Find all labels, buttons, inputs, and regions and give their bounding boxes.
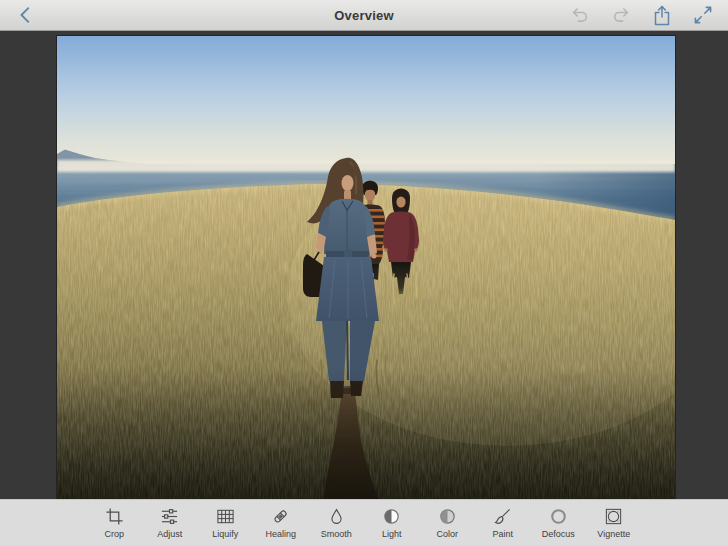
half-circle-dark-icon xyxy=(382,506,401,526)
top-bar: Overview xyxy=(0,0,728,31)
tool-healing[interactable]: Healing xyxy=(253,500,309,539)
tool-label: Paint xyxy=(492,530,513,539)
redo-icon xyxy=(610,4,632,26)
paintbrush-icon xyxy=(493,506,512,526)
back-chevron-icon xyxy=(15,4,37,26)
tool-label: Vignette xyxy=(597,530,630,539)
framed-circle-icon xyxy=(604,506,623,526)
tool-label: Adjust xyxy=(157,530,182,539)
photo-canvas[interactable] xyxy=(57,36,675,500)
tool-adjust[interactable]: Adjust xyxy=(142,500,198,539)
share-icon xyxy=(651,4,673,27)
bandage-icon xyxy=(271,506,290,526)
top-bar-actions xyxy=(568,0,728,30)
tool-label: Smooth xyxy=(321,530,352,539)
undo-icon xyxy=(569,4,591,26)
back-button[interactable] xyxy=(13,0,39,30)
half-circle-gray-icon xyxy=(438,506,457,526)
photo-editor-app: Overview xyxy=(0,0,728,546)
tool-crop[interactable]: Crop xyxy=(87,500,143,539)
undo-button[interactable] xyxy=(568,0,592,30)
landscape-photo xyxy=(57,36,675,500)
redo-button[interactable] xyxy=(609,0,633,30)
sky xyxy=(57,36,675,170)
tool-label: Light xyxy=(382,530,402,539)
tool-label: Defocus xyxy=(542,530,575,539)
crop-icon xyxy=(105,506,124,526)
sliders-icon xyxy=(160,506,179,526)
tool-liquify[interactable]: Liquify xyxy=(198,500,254,539)
foreground-shadow xyxy=(57,366,675,500)
tool-label: Crop xyxy=(104,530,124,539)
fullscreen-icon xyxy=(692,4,714,26)
mesh-grid-icon xyxy=(216,506,235,526)
droplet-icon xyxy=(327,506,346,526)
fullscreen-button[interactable] xyxy=(691,0,715,30)
tool-vignette[interactable]: Vignette xyxy=(586,500,642,539)
horizon-haze xyxy=(57,160,675,172)
tool-light[interactable]: Light xyxy=(364,500,420,539)
tool-color[interactable]: Color xyxy=(420,500,476,539)
tool-paint[interactable]: Paint xyxy=(475,500,531,539)
tool-label: Healing xyxy=(265,530,296,539)
tool-label: Liquify xyxy=(212,530,238,539)
ring-icon xyxy=(549,506,568,526)
tool-defocus[interactable]: Defocus xyxy=(531,500,587,539)
editor-workspace xyxy=(0,31,728,500)
tool-label: Color xyxy=(436,530,458,539)
share-button[interactable] xyxy=(650,0,674,30)
tools-bar: Crop Adjust Liquify xyxy=(0,499,728,546)
tool-smooth[interactable]: Smooth xyxy=(309,500,365,539)
